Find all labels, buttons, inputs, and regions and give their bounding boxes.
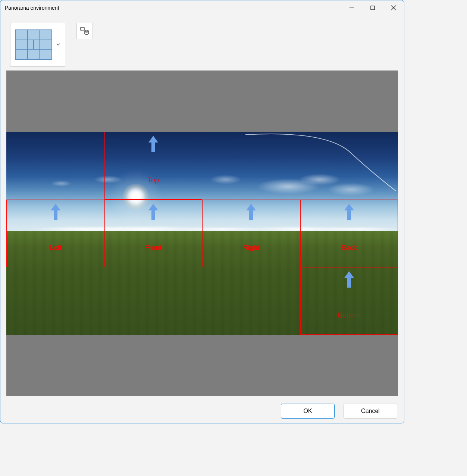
tile-label: Left <box>50 244 62 252</box>
arrow-up-icon <box>344 270 355 289</box>
chevron-down-icon <box>56 41 60 48</box>
arrow-up-icon <box>245 203 257 222</box>
tile-label: Top <box>147 176 159 184</box>
tile-back[interactable]: Back <box>300 200 398 267</box>
svg-rect-1 <box>371 6 374 10</box>
tile-label: Right <box>243 244 259 252</box>
arrow-up-icon <box>148 135 159 154</box>
primitives-icon <box>79 26 90 36</box>
tile-front[interactable]: Front <box>104 200 203 267</box>
panorama-image: Top Left Front Right <box>6 132 398 335</box>
arrow-up-icon <box>148 203 159 222</box>
maximize-button[interactable] <box>362 0 383 15</box>
window-controls <box>341 0 404 15</box>
ok-button[interactable]: OK <box>281 404 335 419</box>
close-icon <box>391 5 397 11</box>
window-title: Panorama environment <box>5 5 341 11</box>
tile-top[interactable]: Top <box>104 132 203 199</box>
titlebar: Panorama environment <box>0 0 404 15</box>
arrow-up-icon <box>50 203 61 222</box>
primitives-button[interactable] <box>76 23 93 39</box>
tile-label: Bottom <box>338 311 360 319</box>
maximize-icon <box>370 5 375 10</box>
svg-rect-4 <box>81 28 84 30</box>
panorama-environment-dialog: Panorama environment <box>0 0 404 423</box>
cancel-button[interactable]: Cancel <box>344 404 397 419</box>
panorama-preview-canvas[interactable]: Top Left Front Right <box>6 71 398 396</box>
close-button[interactable] <box>383 0 404 15</box>
cubemap-tiles-overlay: Top Left Front Right <box>6 132 398 335</box>
layout-grid-icon <box>15 29 52 60</box>
minimize-icon <box>349 5 354 10</box>
svg-point-5 <box>85 30 88 32</box>
minimize-button[interactable] <box>341 0 362 15</box>
tile-right[interactable]: Right <box>202 200 300 267</box>
tile-label: Back <box>341 244 357 252</box>
tile-left[interactable]: Left <box>6 200 105 267</box>
tile-label: Front <box>145 244 162 252</box>
toolbar <box>0 15 404 71</box>
arrow-up-icon <box>344 203 355 222</box>
svg-point-6 <box>85 33 88 34</box>
cubemap-layout-dropdown[interactable] <box>10 23 65 67</box>
tile-bottom[interactable]: Bottom <box>300 267 398 335</box>
dialog-button-bar: OK Cancel <box>0 401 404 423</box>
